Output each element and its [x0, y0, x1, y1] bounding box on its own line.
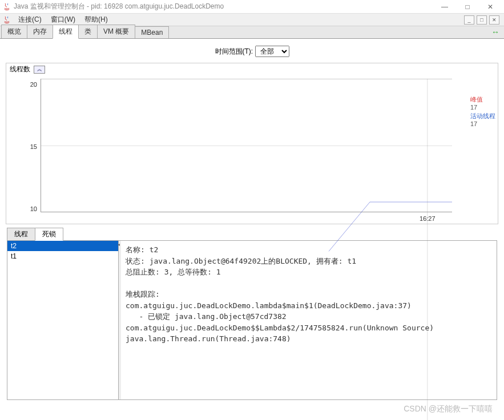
- menu-help[interactable]: 帮助(H): [80, 14, 112, 26]
- inner-window-controls: _ □ ✕: [464, 15, 502, 25]
- chart-body: 20 15 10 16:27 峰值 17 活动线程 17: [6, 75, 498, 224]
- chart-title: 线程数: [10, 64, 30, 74]
- main-tabs: 概览 内存 线程 类 VM 概要 MBean ↔: [0, 26, 504, 39]
- y-tick: 10: [30, 205, 37, 212]
- legend-peak-value: 17: [470, 103, 495, 111]
- tab-overview[interactable]: 概览: [1, 25, 27, 38]
- tab-classes[interactable]: 类: [78, 25, 98, 38]
- time-range-select[interactable]: 全部: [255, 46, 289, 57]
- chart-legend: 峰值 17 活动线程 17: [470, 95, 495, 128]
- tab-memory[interactable]: 内存: [27, 25, 53, 38]
- time-range-label: 时间范围(T):: [215, 47, 253, 55]
- inner-minimize-button[interactable]: _: [464, 15, 474, 25]
- window-controls: — □ ✕: [433, 0, 502, 14]
- threads-panel: 时间范围(T): 全部 线程数 ︽ 20 15 10 16:27: [0, 39, 504, 406]
- time-range-row: 时间范围(T): 全部: [5, 42, 499, 63]
- plot-area[interactable]: 16:27: [41, 79, 452, 212]
- chart-collapse-button[interactable]: ︽: [34, 66, 45, 74]
- chart-line: [41, 79, 452, 420]
- chart-section: 线程数 ︽ 20 15 10 16:27 峰值 17 活动线程 17: [6, 63, 498, 224]
- inner-close-button[interactable]: ✕: [489, 15, 499, 25]
- y-tick: 15: [30, 143, 37, 150]
- chart-header: 线程数 ︽: [6, 63, 498, 75]
- y-tick: 20: [30, 81, 37, 88]
- legend-live-label: 活动线程: [470, 112, 495, 120]
- x-tick: 16:27: [420, 215, 436, 222]
- menu-window[interactable]: 窗口(W): [46, 14, 80, 26]
- java-icon: [2, 15, 11, 25]
- minimize-button[interactable]: —: [433, 0, 456, 14]
- java-icon: [2, 2, 11, 11]
- legend-peak-label: 峰值: [470, 95, 495, 103]
- lower-tab-deadlock[interactable]: 死锁: [35, 228, 63, 241]
- splitter[interactable]: [119, 241, 121, 399]
- menu-connect[interactable]: 连接(C): [14, 14, 46, 26]
- refresh-icon[interactable]: ↔: [491, 27, 499, 37]
- titlebar: Java 监视和管理控制台 - pid: 16928 com.atguigu.j…: [0, 0, 504, 14]
- y-axis: 20 15 10: [6, 79, 41, 224]
- inner-maximize-button[interactable]: □: [477, 15, 487, 25]
- lower-tab-threads[interactable]: 线程: [7, 228, 35, 241]
- tab-threads[interactable]: 线程: [53, 25, 79, 39]
- close-button[interactable]: ✕: [479, 0, 502, 14]
- legend-live-value: 17: [470, 120, 495, 128]
- maximize-button[interactable]: □: [456, 0, 479, 14]
- tab-vm-summary[interactable]: VM 概要: [97, 25, 135, 38]
- tab-mbean[interactable]: MBean: [135, 26, 169, 38]
- window-title: Java 监视和管理控制台 - pid: 16928 com.atguigu.j…: [14, 2, 433, 11]
